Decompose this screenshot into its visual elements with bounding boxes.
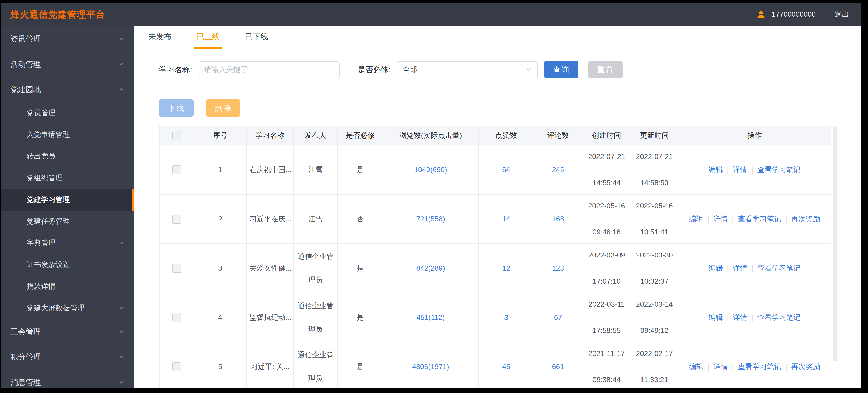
sidebar-item-2[interactable]: 党建园地 — [1, 77, 134, 102]
bulk-action-toolbar: 下线 删除 — [134, 90, 861, 125]
likes-link[interactable]: 64 — [502, 166, 510, 173]
comments-link[interactable]: 168 — [552, 215, 564, 223]
details-link[interactable]: 详情 — [733, 166, 747, 173]
tab-2[interactable]: 已下线 — [242, 26, 271, 49]
logout-button[interactable]: 退出 — [835, 10, 849, 19]
edit-link[interactable]: 编辑 — [689, 215, 704, 222]
created-datetime: 2022-03-1117:58:55 — [585, 300, 628, 335]
created-time: 14:55:44 — [593, 179, 621, 187]
operations-cell: 编辑|详情|查看学习笔记 — [678, 145, 831, 194]
select-all-checkbox[interactable] — [172, 131, 181, 140]
publisher: 江雪 — [293, 194, 338, 244]
sidebar-item-label: 消息管理 — [10, 377, 41, 387]
sidebar-item-9[interactable]: 字典管理 — [1, 232, 134, 254]
views-link[interactable]: 4806(1971) — [412, 363, 449, 370]
reward-again-link[interactable]: 再次奖励 — [791, 215, 820, 222]
separator: | — [751, 264, 753, 272]
updated-date: 2022-05-16 — [636, 202, 673, 210]
likes-link[interactable]: 3 — [504, 313, 508, 321]
reward-again-link[interactable]: 再次奖励 — [791, 363, 820, 370]
row-checkbox[interactable] — [172, 215, 181, 224]
view-notes-link[interactable]: 查看学习笔记 — [738, 363, 781, 370]
column-header: 操作 — [678, 126, 831, 145]
view-notes-link[interactable]: 查看学习笔记 — [757, 313, 801, 321]
row-checkbox[interactable] — [172, 313, 181, 322]
delete-button[interactable]: 删除 — [206, 100, 241, 116]
edit-link[interactable]: 编辑 — [709, 313, 723, 321]
sidebar-item-4[interactable]: 入党申请管理 — [1, 124, 134, 145]
sidebar-item-15[interactable]: 消息管理 — [1, 369, 134, 389]
created-cell: 2022-07-2114:55:44 — [582, 145, 631, 194]
row-checkbox[interactable] — [172, 165, 181, 174]
comments-link[interactable]: 245 — [552, 166, 564, 173]
comments-cell: 67 — [534, 293, 582, 342]
chevron-down-icon — [119, 329, 124, 334]
updated-datetime: 2022-05-1610:51:41 — [634, 202, 675, 236]
sidebar-item-label: 党建园地 — [10, 84, 41, 95]
sidebar-item-1[interactable]: 活动管理 — [1, 52, 134, 77]
row-checkbox[interactable] — [172, 362, 181, 371]
app-title: 烽火通信党建管理平台 — [1, 8, 105, 21]
sidebar-item-3[interactable]: 党员管理 — [1, 102, 134, 124]
tab-0[interactable]: 未发布 — [146, 26, 174, 49]
created-date: 2022-03-09 — [588, 251, 625, 259]
details-link[interactable]: 详情 — [713, 215, 728, 222]
sidebar-item-6[interactable]: 党组织管理 — [1, 167, 134, 189]
views-link[interactable]: 721(558) — [416, 215, 445, 223]
details-link[interactable]: 详情 — [733, 264, 747, 272]
sidebar-item-13[interactable]: 工会管理 — [1, 319, 134, 344]
likes-link[interactable]: 45 — [502, 363, 510, 370]
view-notes-link[interactable]: 查看学习笔记 — [757, 166, 801, 173]
select-all-cell — [159, 126, 194, 145]
sidebar-item-10[interactable]: 证书发放设置 — [1, 254, 134, 276]
row-checkbox[interactable] — [172, 264, 181, 273]
sidebar-item-label: 活动管理 — [10, 59, 41, 69]
user-icon — [756, 9, 766, 20]
operations-cell: 编辑|详情|查看学习笔记 — [678, 293, 831, 342]
updated-time: 10:51:41 — [641, 228, 669, 236]
sidebar-item-14[interactable]: 积分管理 — [1, 344, 134, 369]
sidebar-item-5[interactable]: 转出党员 — [1, 145, 134, 167]
sidebar-item-11[interactable]: 捐款详情 — [1, 276, 134, 297]
view-notes-link[interactable]: 查看学习笔记 — [738, 215, 781, 222]
created-time: 09:38:44 — [593, 376, 621, 384]
sidebar-item-7[interactable]: 党建学习管理 — [1, 189, 134, 210]
views-link[interactable]: 842(289) — [416, 264, 445, 272]
sidebar-item-12[interactable]: 党建大屏数据管理 — [1, 297, 134, 319]
required-filter-select[interactable]: 全部 — [397, 61, 538, 78]
sidebar-item-label: 捐款详情 — [27, 282, 56, 291]
comments-link[interactable]: 123 — [552, 264, 564, 272]
search-button[interactable]: 查询 — [544, 61, 579, 78]
sidebar-item-8[interactable]: 党建任务管理 — [1, 210, 134, 232]
sidebar-item-label: 党组织管理 — [27, 173, 63, 183]
likes-cell: 64 — [478, 145, 534, 194]
likes-link[interactable]: 12 — [502, 264, 510, 272]
details-link[interactable]: 详情 — [733, 313, 747, 321]
views-link[interactable]: 1049(690) — [414, 166, 447, 173]
likes-link[interactable]: 14 — [502, 215, 510, 223]
created-date: 2021-11-17 — [588, 349, 625, 358]
sidebar-item-label: 党建大屏数据管理 — [27, 303, 84, 313]
chevron-down-icon — [119, 354, 124, 360]
edit-link[interactable]: 编辑 — [709, 166, 723, 173]
sidebar-item-label: 党员管理 — [27, 108, 56, 118]
views-link[interactable]: 451(112) — [416, 313, 445, 321]
separator: | — [708, 215, 709, 222]
sidebar-item-0[interactable]: 资讯管理 — [1, 26, 134, 52]
views-cell: 4806(1971) — [383, 342, 478, 389]
offline-button[interactable]: 下线 — [159, 100, 193, 116]
reset-button[interactable]: 重置 — [589, 61, 623, 78]
table-scrollbar[interactable] — [833, 127, 837, 361]
comments-link[interactable]: 661 — [552, 363, 564, 370]
view-notes-link[interactable]: 查看学习笔记 — [757, 264, 801, 272]
updated-datetime: 2022-03-3010:32:37 — [634, 251, 675, 285]
edit-link[interactable]: 编辑 — [709, 264, 723, 272]
comments-link[interactable]: 67 — [554, 313, 562, 321]
chevron-down-icon — [119, 36, 124, 41]
name-filter-input[interactable] — [198, 61, 340, 78]
details-link[interactable]: 详情 — [713, 363, 728, 370]
edit-link[interactable]: 编辑 — [689, 363, 704, 370]
tab-1[interactable]: 已上线 — [194, 26, 222, 49]
separator: | — [727, 166, 729, 173]
table-header-row: 序号学习名称发布人是否必修浏览数(实际点击量)点赞数评论数创建时间更新时间操作 — [159, 126, 831, 145]
